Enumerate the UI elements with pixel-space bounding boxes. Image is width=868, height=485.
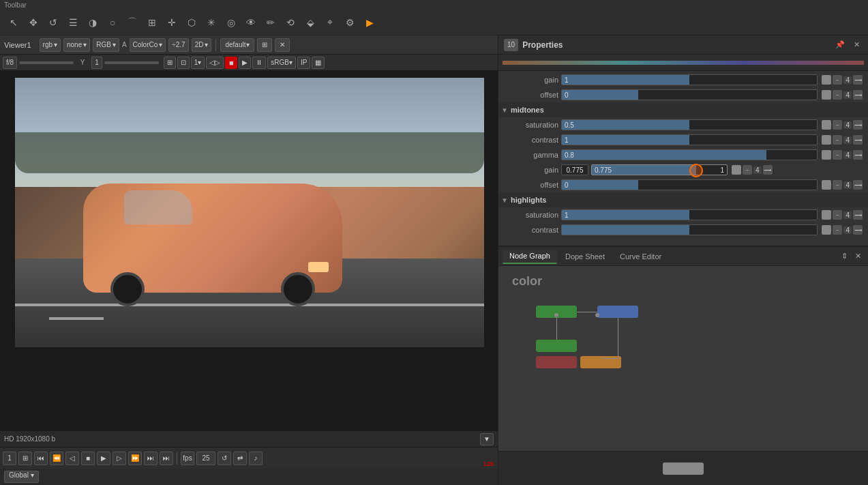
- loop-btn[interactable]: ↺: [218, 452, 231, 465]
- send-icon[interactable]: ▶: [361, 14, 378, 31]
- asterisk-icon[interactable]: ✳: [203, 14, 220, 31]
- default-btn[interactable]: default▾: [220, 38, 254, 52]
- ch-color-btn[interactable]: [822, 225, 831, 235]
- circle-icon[interactable]: ○: [104, 14, 121, 31]
- offset-top-slider[interactable]: 0: [561, 89, 818, 100]
- node-a-dropdown[interactable]: ColorCo▾: [130, 38, 166, 52]
- node-panel-close-btn[interactable]: ✕: [852, 250, 864, 263]
- piechart-icon[interactable]: ◑: [85, 14, 101, 31]
- layers-icon[interactable]: ⊞: [144, 14, 160, 31]
- gear-icon[interactable]: ⚙: [342, 14, 358, 31]
- prev-frame-btn[interactable]: ⏪: [50, 452, 63, 465]
- move-icon[interactable]: ✥: [25, 14, 42, 31]
- offset-mid-slider[interactable]: 0: [561, 179, 818, 190]
- gm-curve-btn[interactable]: ~: [743, 165, 752, 175]
- sh-color-btn[interactable]: [822, 210, 831, 220]
- gain-top-color-btn[interactable]: [822, 75, 831, 85]
- gam-color-btn[interactable]: [822, 150, 831, 160]
- con-color-btn[interactable]: [822, 135, 831, 145]
- gain-mid-left-val[interactable]: 0.775: [561, 164, 588, 175]
- props-pin-btn[interactable]: 📌: [834, 39, 846, 51]
- ch-curve-btn[interactable]: ~: [833, 225, 842, 235]
- sh-curve-btn[interactable]: ~: [833, 210, 842, 220]
- sat-curve-btn[interactable]: ~: [833, 120, 842, 130]
- frame-num-display[interactable]: fps: [181, 452, 194, 465]
- roto-icon[interactable]: ⟲: [282, 14, 299, 31]
- contrast-hi-slider[interactable]: [561, 224, 818, 235]
- gam-curve-btn[interactable]: ~: [833, 150, 842, 160]
- pause-btn[interactable]: ⏸: [252, 57, 266, 69]
- history-icon[interactable]: ↺: [45, 14, 61, 31]
- zoom-btn[interactable]: f/8: [3, 57, 17, 69]
- audio-btn[interactable]: ♪: [249, 452, 263, 465]
- cube-icon[interactable]: ⬡: [183, 14, 200, 31]
- viewer-close-btn[interactable]: ✕: [275, 38, 290, 52]
- highlights-section[interactable]: ▼ highlights: [498, 192, 868, 207]
- record-btn[interactable]: ■: [225, 57, 237, 69]
- transform-icon[interactable]: ✛: [164, 14, 180, 31]
- frame-input-display[interactable]: 1: [3, 452, 16, 465]
- gm-color-btn[interactable]: [732, 165, 741, 175]
- brush-icon[interactable]: ✏: [263, 14, 279, 31]
- con-curve-btn[interactable]: ~: [833, 135, 842, 145]
- tab-curve-editor[interactable]: Curve Editor: [613, 249, 668, 264]
- offset-top-curve-btn[interactable]: ~: [833, 90, 842, 100]
- sat-anim-btn[interactable]: ⟶: [853, 120, 863, 130]
- saturation-slider[interactable]: 0.5: [561, 119, 818, 130]
- gm-anim-btn[interactable]: ⟶: [763, 165, 773, 175]
- gain-top-curve-btn[interactable]: ~: [833, 75, 842, 85]
- camera-icon[interactable]: ⌖: [322, 14, 338, 31]
- om-anim-btn[interactable]: ⟶: [853, 180, 863, 190]
- om-color-btn[interactable]: [822, 180, 831, 190]
- node-panel-expand-btn[interactable]: ⇕: [838, 250, 850, 263]
- eye-icon[interactable]: 👁: [243, 14, 259, 31]
- skip-end2-btn[interactable]: ⏭: [160, 452, 173, 465]
- frame-num-btn[interactable]: 1▾: [191, 57, 205, 69]
- props-close-btn[interactable]: ✕: [850, 39, 863, 51]
- midtones-section[interactable]: ▼ midtones: [498, 102, 868, 117]
- om-curve-btn[interactable]: ~: [833, 180, 842, 190]
- contrast-slider[interactable]: 1: [561, 134, 818, 145]
- step-fwd-btn[interactable]: ▷: [113, 452, 126, 465]
- tab-dope-sheet[interactable]: Dope Sheet: [558, 249, 612, 264]
- frame-btn[interactable]: 1: [91, 57, 102, 69]
- viewer-expand-btn[interactable]: ▼: [480, 433, 494, 445]
- merge-icon[interactable]: ⬙: [302, 14, 318, 31]
- list-icon[interactable]: ☰: [65, 14, 81, 31]
- colorspace-dropdown[interactable]: RGB▾: [93, 38, 119, 52]
- pingpong-btn[interactable]: ⇄: [233, 452, 247, 465]
- sat-color-btn[interactable]: [822, 120, 831, 130]
- zoom-fit-btn[interactable]: ⊡: [177, 57, 190, 69]
- frame-nav-btn[interactable]: ◁▷: [206, 57, 224, 69]
- gain-top-anim-btn[interactable]: ⟶: [853, 75, 863, 85]
- skip-end-btn[interactable]: ⏭: [144, 452, 158, 465]
- value-a-display[interactable]: ÷2.7: [168, 38, 188, 52]
- curve-icon[interactable]: ⌒: [124, 14, 140, 31]
- node-red1[interactable]: [536, 356, 577, 368]
- lut-btn[interactable]: ▦: [312, 57, 325, 69]
- offset-top-anim-btn[interactable]: ⟶: [853, 90, 863, 100]
- gain-top-slider[interactable]: 1: [561, 74, 818, 85]
- viewer-opts-btn[interactable]: ⊞: [257, 38, 272, 52]
- frame-slider[interactable]: [104, 61, 159, 64]
- skip-start-btn[interactable]: ⏮: [34, 452, 48, 465]
- con-anim-btn[interactable]: ⟶: [853, 135, 863, 145]
- ip-btn[interactable]: IP: [297, 57, 310, 69]
- colorspace-out-btn[interactable]: sRGB▾: [267, 57, 296, 69]
- offset-top-color-btn[interactable]: [822, 90, 831, 100]
- ch-anim-btn[interactable]: ⟶: [853, 225, 863, 235]
- step-back-btn[interactable]: ◁: [65, 452, 79, 465]
- snap-btn[interactable]: ⊞: [164, 57, 176, 69]
- fps-display[interactable]: 25: [196, 452, 215, 465]
- channel2-dropdown[interactable]: none▾: [63, 38, 90, 52]
- stamp-icon[interactable]: ◎: [223, 14, 239, 31]
- cursor-icon[interactable]: ↖: [5, 14, 22, 31]
- node-green2[interactable]: [536, 340, 577, 352]
- view-mode-dropdown[interactable]: 2D▾: [192, 38, 212, 52]
- sh-anim-btn[interactable]: ⟶: [853, 210, 863, 220]
- tab-node-graph[interactable]: Node Graph: [503, 249, 557, 264]
- next-frame-btn[interactable]: ⏩: [128, 452, 142, 465]
- gam-anim-btn[interactable]: ⟶: [853, 150, 863, 160]
- node-blue1[interactable]: [597, 306, 638, 318]
- gain-mid-scrubber[interactable]: 0.775 1: [591, 164, 728, 175]
